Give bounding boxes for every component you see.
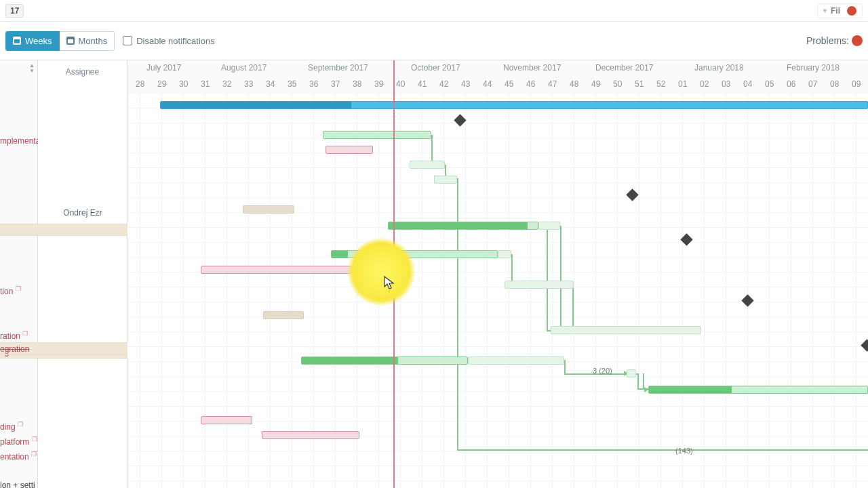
task-row-label[interactable]: mplementation ❐ xyxy=(0,134,38,147)
week-number: 29 xyxy=(157,79,166,89)
months-label: Months xyxy=(79,36,108,46)
bar-annotation: (143) xyxy=(675,447,693,455)
month-label: July 2017 xyxy=(146,63,181,73)
chart-area[interactable]: July 2017August 2017September 2017Octobe… xyxy=(127,60,868,488)
week-number: 32 xyxy=(222,79,231,89)
gantt-bar[interactable] xyxy=(627,369,636,378)
month-label: January 2018 xyxy=(694,63,744,73)
week-number: 30 xyxy=(179,79,188,89)
weeks-tab[interactable]: Weeks xyxy=(5,31,60,51)
week-number: 34 xyxy=(266,79,275,89)
gantt-bar[interactable] xyxy=(326,146,373,154)
calendar-icon xyxy=(13,37,21,45)
bar-annotation: 3 (20) xyxy=(593,367,612,375)
gantt-bar[interactable] xyxy=(388,222,538,230)
week-number: 47 xyxy=(548,79,557,89)
week-number: 45 xyxy=(505,79,513,89)
task-row-label[interactable]: egration xyxy=(0,342,127,354)
week-number: 38 xyxy=(353,79,361,89)
week-number: 37 xyxy=(331,79,340,89)
week-number: 04 xyxy=(743,79,752,89)
gantt-bar[interactable] xyxy=(648,386,868,394)
week-number: 09 xyxy=(852,79,861,89)
chevron-down-icon: ▾ xyxy=(823,7,827,14)
gantt-bar[interactable] xyxy=(160,101,868,109)
week-number: 42 xyxy=(439,79,448,89)
problems-indicator[interactable]: Problems: xyxy=(806,35,863,46)
stepper-icon[interactable]: ▲▼ xyxy=(29,63,35,74)
week-number: 28 xyxy=(136,79,144,89)
task-row-label[interactable]: ion + setti xyxy=(0,479,38,488)
assignee-name: Ondrej Ezr xyxy=(38,208,127,218)
task-row-label[interactable]: ration ❐ xyxy=(0,329,38,342)
filter-button[interactable]: ▾ Fil xyxy=(817,3,863,18)
task-row-label[interactable]: ding ❐ xyxy=(0,420,38,433)
week-number: 43 xyxy=(461,79,470,89)
week-number: 39 xyxy=(374,79,383,89)
week-number: 33 xyxy=(244,79,253,89)
page-counter-badge: 17 xyxy=(5,4,24,18)
assignee-column: Assignee xyxy=(38,60,127,488)
disable-notifications-checkbox[interactable]: Disable notifications xyxy=(123,36,215,46)
gantt-bar[interactable] xyxy=(434,176,457,184)
month-label: October 2017 xyxy=(411,63,460,73)
week-number: 01 xyxy=(678,79,687,89)
filter-label: Fil xyxy=(831,6,840,16)
week-number: 50 xyxy=(613,79,622,89)
month-label: February 2018 xyxy=(787,63,840,73)
week-number: 06 xyxy=(787,79,795,89)
task-row-label[interactable]: platform ❐ xyxy=(0,434,38,448)
week-number: 51 xyxy=(635,79,644,89)
task-row-label[interactable] xyxy=(0,224,127,236)
gantt-bar[interactable] xyxy=(263,311,304,319)
task-row-label[interactable]: entation ❐ xyxy=(0,449,38,463)
week-number: 08 xyxy=(830,79,839,89)
today-line xyxy=(393,60,395,488)
timeline-header: July 2017August 2017September 2017Octobe… xyxy=(127,60,868,93)
week-number: 41 xyxy=(418,79,427,89)
problems-label: Problems: xyxy=(806,35,849,46)
timescale-segmented: Weeks Months xyxy=(5,31,115,51)
week-number: 02 xyxy=(700,79,709,89)
week-number: 40 xyxy=(396,79,405,89)
disable-notifications-input[interactable] xyxy=(123,36,132,45)
gantt-bar[interactable] xyxy=(551,326,701,334)
assignee-header: Assignee xyxy=(38,67,127,77)
gantt-bar[interactable] xyxy=(201,416,252,424)
gantt-bar[interactable] xyxy=(243,205,294,214)
week-number: 49 xyxy=(591,79,600,89)
gantt-bar[interactable] xyxy=(498,250,511,258)
problems-count-badge xyxy=(852,35,863,46)
week-number: 07 xyxy=(808,79,817,89)
week-number: 48 xyxy=(570,79,578,89)
disable-notifications-label: Disable notifications xyxy=(136,36,215,46)
gantt-bar[interactable] xyxy=(410,161,445,169)
month-label: August 2017 xyxy=(221,63,267,73)
gantt-bar[interactable] xyxy=(262,431,359,439)
gantt-bar[interactable] xyxy=(331,250,498,258)
week-number: 05 xyxy=(765,79,774,89)
month-label: September 2017 xyxy=(308,63,368,73)
week-number: 36 xyxy=(309,79,318,89)
week-number: 44 xyxy=(483,79,492,89)
gantt-chart[interactable]: ▲▼ Assignee July 2017August 2017Septembe… xyxy=(0,60,868,488)
gantt-bar[interactable] xyxy=(468,357,564,365)
week-number: 03 xyxy=(722,79,730,89)
filter-indicator-icon xyxy=(847,6,856,16)
week-number: 31 xyxy=(201,79,210,89)
calendar-icon xyxy=(66,37,75,45)
week-number: 52 xyxy=(656,79,665,89)
gantt-bar[interactable] xyxy=(323,131,431,139)
month-label: December 2017 xyxy=(595,63,653,73)
gantt-bar[interactable] xyxy=(505,281,574,289)
gantt-bar[interactable] xyxy=(538,222,560,230)
gantt-bar[interactable] xyxy=(301,357,468,365)
week-number: 46 xyxy=(526,79,535,89)
task-row-label[interactable]: tion ❐ xyxy=(0,284,38,298)
week-number: 35 xyxy=(288,79,296,89)
month-label: November 2017 xyxy=(503,63,561,73)
weeks-label: Weeks xyxy=(25,36,52,46)
gantt-bar[interactable] xyxy=(201,266,382,274)
months-tab[interactable]: Months xyxy=(60,31,115,51)
